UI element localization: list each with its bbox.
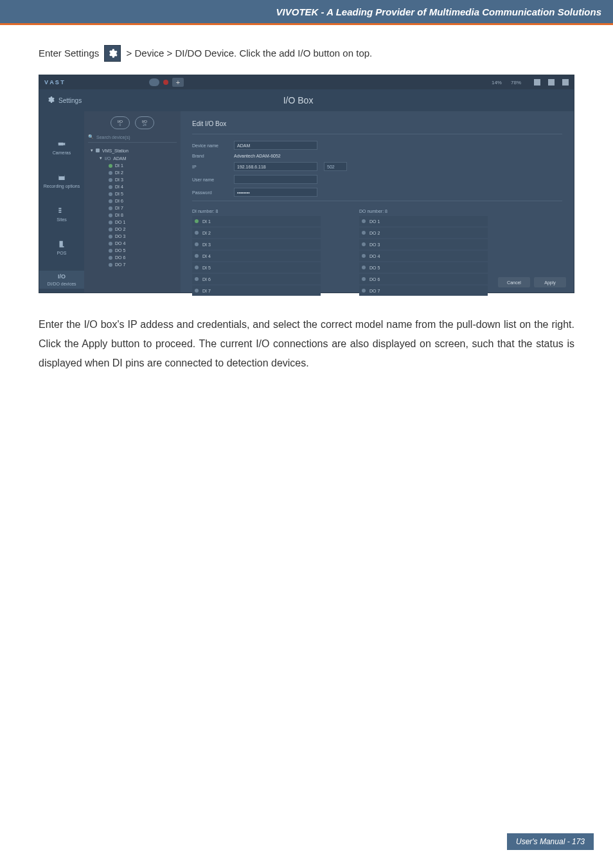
brand-label: Brand xyxy=(192,154,227,158)
header-title: VIVOTEK - A Leading Provider of Multimed… xyxy=(276,6,601,17)
camera-icon xyxy=(57,140,67,149)
body-paragraph: Enter the I/O box's IP addess and creden… xyxy=(39,315,574,373)
tree-item[interactable]: DI 7 xyxy=(106,204,177,212)
tree-device[interactable]: ▾I/O ADAM xyxy=(97,154,177,162)
username-label: User name xyxy=(192,177,227,182)
do-row[interactable]: DO 4 xyxy=(359,251,488,261)
pos-icon xyxy=(57,240,67,249)
bell-icon[interactable] xyxy=(548,79,555,86)
tree-item[interactable]: DO 1 xyxy=(106,219,177,226)
password-label: Password xyxy=(192,190,227,195)
ip-field[interactable]: 192.168.6.118 xyxy=(234,162,317,171)
app-screenshot: V A S T + 14% 78% Settings xyxy=(39,75,574,293)
settings-breadcrumb[interactable]: Settings xyxy=(58,97,82,104)
page-title: I/O Box xyxy=(283,95,314,105)
do-row[interactable]: DO 6 xyxy=(359,274,488,284)
do-row[interactable]: DO 1 xyxy=(359,216,488,226)
tree-item[interactable]: DI 3 xyxy=(106,176,177,183)
do-column: DO number: 8 DO 1 DO 2 DO 3 DO 4 DO 5 DO… xyxy=(359,209,488,297)
di-row[interactable]: DI 2 xyxy=(192,228,321,238)
intro-text: Enter Settings > Device > DI/DO Device. … xyxy=(39,44,574,63)
tree-item[interactable]: DI 4 xyxy=(106,183,177,190)
svg-rect-3 xyxy=(58,208,61,209)
tree-item[interactable]: DO 3 xyxy=(106,233,177,240)
tree-item[interactable]: DO 4 xyxy=(106,240,177,247)
rail-pos[interactable]: POS xyxy=(39,237,84,258)
cpu-status: 14% xyxy=(492,80,502,86)
device-name-label: Device name xyxy=(192,143,227,148)
left-rail: Cameras Recording options Sites xyxy=(39,111,84,293)
do-row[interactable]: DO 5 xyxy=(359,262,488,273)
tree-root[interactable]: ▾ VMS_Station xyxy=(88,147,177,154)
rail-io[interactable]: I/O DI/DO devices xyxy=(39,271,84,289)
panel-title: Edit I/O Box xyxy=(192,120,562,127)
tree-item[interactable]: DI 5 xyxy=(106,190,177,197)
tree-item[interactable]: DO 7 xyxy=(106,261,177,268)
eye-icon[interactable] xyxy=(149,78,159,86)
svg-rect-2 xyxy=(58,175,64,176)
di-row[interactable]: DI 4 xyxy=(192,251,321,261)
di-row[interactable]: DI 1 xyxy=(192,216,321,226)
sites-icon xyxy=(57,206,67,215)
grid-icon[interactable] xyxy=(534,79,540,86)
di-row[interactable]: DI 6 xyxy=(192,274,321,284)
search-icon: 🔍 xyxy=(88,134,94,140)
device-name-field[interactable]: ADAM xyxy=(234,141,317,150)
tree-item[interactable]: DO 5 xyxy=(106,247,177,254)
mem-status: 78% xyxy=(511,80,521,86)
brand-select[interactable]: Advantech ADAM-6052 xyxy=(234,154,281,158)
calendar-icon xyxy=(57,173,67,182)
record-icon[interactable] xyxy=(163,80,168,85)
intro-after: > Device > DI/DO Device. Click the add I… xyxy=(127,48,373,59)
search-input[interactable]: 🔍 Search device(s) xyxy=(88,134,177,143)
tree-item[interactable]: DI 1 xyxy=(106,162,177,169)
page-footer: User's Manual - 173 xyxy=(507,833,594,850)
add-tab-button[interactable]: + xyxy=(172,78,184,87)
intro-before: Enter Settings xyxy=(39,48,102,59)
password-field[interactable]: •••••••• xyxy=(234,188,317,197)
tree-item[interactable]: DO 2 xyxy=(106,226,177,233)
rail-recording[interactable]: Recording options xyxy=(39,170,84,191)
settings-gear-icon[interactable] xyxy=(47,96,55,105)
cancel-button[interactable]: Cancel xyxy=(498,277,530,287)
tree-item[interactable]: DI 6 xyxy=(106,197,177,204)
svg-rect-4 xyxy=(58,210,61,211)
do-row[interactable]: DO 3 xyxy=(359,239,488,249)
app-titlebar: V A S T + 14% 78% xyxy=(39,75,574,89)
di-row[interactable]: DI 7 xyxy=(192,285,321,296)
username-field[interactable] xyxy=(234,175,317,184)
do-row[interactable]: DO 2 xyxy=(359,228,488,238)
tree-item[interactable]: DO 6 xyxy=(106,254,177,261)
di-column: DI number: 8 DI 1 DI 2 DI 3 DI 4 DI 5 DI… xyxy=(192,209,321,297)
di-count: DI number: 8 xyxy=(192,209,321,213)
io-filter-inactive[interactable]: I/O 0 xyxy=(111,116,130,129)
do-row[interactable]: DO 7 xyxy=(359,285,488,296)
svg-rect-0 xyxy=(58,143,64,146)
apply-button[interactable]: Apply xyxy=(534,277,566,287)
ip-label: IP xyxy=(192,165,227,169)
rail-sites[interactable]: Sites xyxy=(39,204,84,224)
do-count: DO number: 8 xyxy=(359,209,488,213)
rail-cameras[interactable]: Cameras xyxy=(39,137,84,158)
tree-item[interactable]: DI 8 xyxy=(106,212,177,219)
gear-top-icon[interactable] xyxy=(562,79,569,86)
gear-icon xyxy=(104,45,121,62)
port-field[interactable]: 502 xyxy=(324,162,347,171)
device-tree: I/O 0 I/O 24 🔍 Search device(s) ▾ xyxy=(84,111,181,293)
di-row[interactable]: DI 5 xyxy=(192,262,321,273)
io-filter-all[interactable]: I/O 24 xyxy=(135,116,154,129)
app-subheader: Settings I/O Box xyxy=(39,89,574,111)
di-row[interactable]: DI 3 xyxy=(192,239,321,249)
tree-item[interactable]: DI 2 xyxy=(106,169,177,176)
edit-io-panel: Edit I/O Box Device name ADAM Brand Adva… xyxy=(181,111,574,293)
svg-rect-5 xyxy=(58,212,61,213)
app-logo: V A S T xyxy=(44,79,64,86)
document-header: VIVOTEK - A Leading Provider of Multimed… xyxy=(0,0,613,23)
